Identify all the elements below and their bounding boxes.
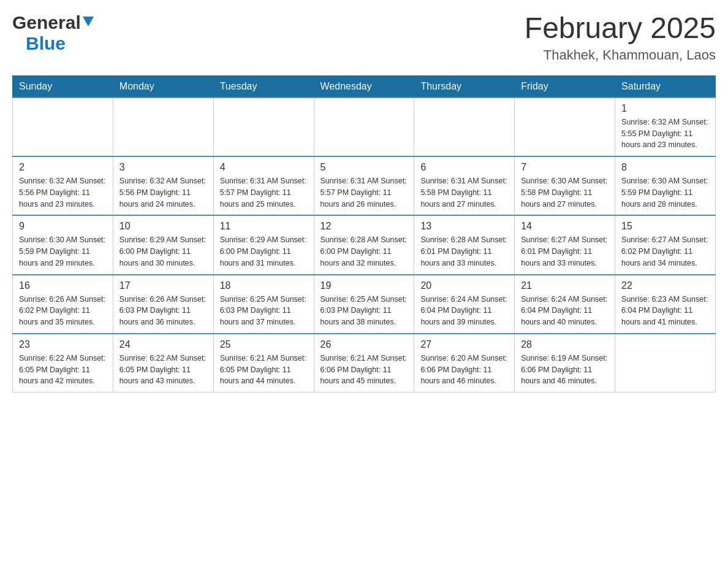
- day-info: Sunrise: 6:21 AM Sunset: 6:05 PM Dayligh…: [220, 353, 308, 387]
- location-label: Thakhek, Khammouan, Laos: [525, 47, 716, 63]
- day-number: 16: [19, 280, 107, 291]
- calendar-day: 11Sunrise: 6:29 AM Sunset: 6:00 PM Dayli…: [213, 215, 314, 274]
- day-info: Sunrise: 6:24 AM Sunset: 6:04 PM Dayligh…: [521, 294, 609, 328]
- calendar-day: [414, 98, 515, 156]
- day-number: 15: [621, 221, 709, 232]
- logo: General Blue: [12, 12, 94, 54]
- calendar-day: 8Sunrise: 6:30 AM Sunset: 5:59 PM Daylig…: [615, 156, 716, 215]
- calendar-day: 28Sunrise: 6:19 AM Sunset: 6:06 PM Dayli…: [515, 334, 615, 393]
- day-number: 11: [220, 221, 308, 232]
- day-info: Sunrise: 6:32 AM Sunset: 5:55 PM Dayligh…: [621, 117, 709, 151]
- day-info: Sunrise: 6:29 AM Sunset: 6:00 PM Dayligh…: [220, 234, 308, 269]
- header-wednesday: Wednesday: [314, 75, 414, 98]
- calendar-day: 23Sunrise: 6:22 AM Sunset: 6:05 PM Dayli…: [13, 334, 113, 393]
- day-number: 21: [521, 280, 609, 291]
- day-info: Sunrise: 6:30 AM Sunset: 5:58 PM Dayligh…: [521, 175, 609, 210]
- day-number: 24: [119, 339, 207, 350]
- day-info: Sunrise: 6:31 AM Sunset: 5:57 PM Dayligh…: [320, 175, 408, 210]
- day-info: Sunrise: 6:31 AM Sunset: 5:58 PM Dayligh…: [420, 175, 508, 210]
- day-number: 4: [220, 162, 308, 173]
- day-number: 18: [220, 280, 308, 291]
- calendar-day: 2Sunrise: 6:32 AM Sunset: 5:56 PM Daylig…: [13, 156, 113, 215]
- calendar-day: [615, 334, 716, 393]
- logo-triangle-icon: [83, 17, 94, 29]
- day-number: 9: [19, 221, 107, 232]
- header-tuesday: Tuesday: [213, 75, 314, 98]
- day-info: Sunrise: 6:30 AM Sunset: 5:59 PM Dayligh…: [621, 175, 709, 210]
- day-number: 6: [420, 162, 508, 173]
- calendar-day: [314, 98, 414, 156]
- day-info: Sunrise: 6:19 AM Sunset: 6:06 PM Dayligh…: [521, 353, 609, 387]
- calendar-day: 25Sunrise: 6:21 AM Sunset: 6:05 PM Dayli…: [213, 334, 314, 393]
- calendar-day: 12Sunrise: 6:28 AM Sunset: 6:00 PM Dayli…: [314, 215, 414, 274]
- calendar-day: [515, 98, 615, 156]
- title-section: February 2025 Thakhek, Khammouan, Laos: [525, 12, 716, 63]
- day-number: 26: [320, 339, 408, 350]
- calendar-day: 5Sunrise: 6:31 AM Sunset: 5:57 PM Daylig…: [314, 156, 414, 215]
- month-title: February 2025: [525, 12, 716, 45]
- calendar-week-4: 16Sunrise: 6:26 AM Sunset: 6:02 PM Dayli…: [13, 275, 716, 334]
- header-monday: Monday: [113, 75, 213, 98]
- day-info: Sunrise: 6:25 AM Sunset: 6:03 PM Dayligh…: [220, 294, 308, 328]
- calendar-day: 21Sunrise: 6:24 AM Sunset: 6:04 PM Dayli…: [515, 275, 615, 334]
- svg-marker-0: [83, 17, 94, 26]
- calendar-day: 3Sunrise: 6:32 AM Sunset: 5:56 PM Daylig…: [113, 156, 213, 215]
- day-number: 20: [420, 280, 508, 291]
- page-header: General Blue February 2025 Thakhek, Kham…: [12, 12, 716, 63]
- day-info: Sunrise: 6:32 AM Sunset: 5:56 PM Dayligh…: [119, 175, 207, 210]
- calendar-header-row: Sunday Monday Tuesday Wednesday Thursday…: [13, 75, 716, 98]
- calendar-week-5: 23Sunrise: 6:22 AM Sunset: 6:05 PM Dayli…: [13, 334, 716, 393]
- day-info: Sunrise: 6:21 AM Sunset: 6:06 PM Dayligh…: [320, 353, 408, 387]
- day-number: 27: [420, 339, 508, 350]
- day-number: 10: [119, 221, 207, 232]
- calendar-day: 7Sunrise: 6:30 AM Sunset: 5:58 PM Daylig…: [515, 156, 615, 215]
- day-number: 8: [621, 162, 709, 173]
- calendar-day: 10Sunrise: 6:29 AM Sunset: 6:00 PM Dayli…: [113, 215, 213, 274]
- day-number: 2: [19, 162, 107, 173]
- day-number: 3: [119, 162, 207, 173]
- day-number: 12: [320, 221, 408, 232]
- day-number: 5: [320, 162, 408, 173]
- day-info: Sunrise: 6:32 AM Sunset: 5:56 PM Dayligh…: [19, 175, 107, 210]
- header-saturday: Saturday: [615, 75, 716, 98]
- calendar-day: 1Sunrise: 6:32 AM Sunset: 5:55 PM Daylig…: [615, 98, 716, 156]
- day-info: Sunrise: 6:27 AM Sunset: 6:02 PM Dayligh…: [621, 234, 709, 269]
- header-sunday: Sunday: [13, 75, 113, 98]
- calendar-week-3: 9Sunrise: 6:30 AM Sunset: 5:59 PM Daylig…: [13, 215, 716, 274]
- day-info: Sunrise: 6:20 AM Sunset: 6:06 PM Dayligh…: [420, 353, 508, 387]
- day-number: 28: [521, 339, 609, 350]
- calendar-day: 20Sunrise: 6:24 AM Sunset: 6:04 PM Dayli…: [414, 275, 515, 334]
- calendar-day: 22Sunrise: 6:23 AM Sunset: 6:04 PM Dayli…: [615, 275, 716, 334]
- day-number: 25: [220, 339, 308, 350]
- logo-general-text: General: [12, 12, 81, 33]
- calendar-day: 18Sunrise: 6:25 AM Sunset: 6:03 PM Dayli…: [213, 275, 314, 334]
- calendar-day: 19Sunrise: 6:25 AM Sunset: 6:03 PM Dayli…: [314, 275, 414, 334]
- calendar-day: 17Sunrise: 6:26 AM Sunset: 6:03 PM Dayli…: [113, 275, 213, 334]
- day-info: Sunrise: 6:27 AM Sunset: 6:01 PM Dayligh…: [521, 234, 609, 269]
- calendar-day: 16Sunrise: 6:26 AM Sunset: 6:02 PM Dayli…: [13, 275, 113, 334]
- day-number: 22: [621, 280, 709, 291]
- day-info: Sunrise: 6:28 AM Sunset: 6:00 PM Dayligh…: [320, 234, 408, 269]
- calendar-week-2: 2Sunrise: 6:32 AM Sunset: 5:56 PM Daylig…: [13, 156, 716, 215]
- header-friday: Friday: [515, 75, 615, 98]
- calendar-day: 24Sunrise: 6:22 AM Sunset: 6:05 PM Dayli…: [113, 334, 213, 393]
- day-info: Sunrise: 6:31 AM Sunset: 5:57 PM Dayligh…: [220, 175, 308, 210]
- calendar-day: [213, 98, 314, 156]
- calendar-day: 9Sunrise: 6:30 AM Sunset: 5:59 PM Daylig…: [13, 215, 113, 274]
- calendar-day: [13, 98, 113, 156]
- day-number: 23: [19, 339, 107, 350]
- calendar-day: 6Sunrise: 6:31 AM Sunset: 5:58 PM Daylig…: [414, 156, 515, 215]
- logo-blue-text: Blue: [26, 33, 66, 54]
- calendar-day: 26Sunrise: 6:21 AM Sunset: 6:06 PM Dayli…: [314, 334, 414, 393]
- day-info: Sunrise: 6:24 AM Sunset: 6:04 PM Dayligh…: [420, 294, 508, 328]
- day-number: 19: [320, 280, 408, 291]
- calendar-day: 14Sunrise: 6:27 AM Sunset: 6:01 PM Dayli…: [515, 215, 615, 274]
- day-info: Sunrise: 6:26 AM Sunset: 6:02 PM Dayligh…: [19, 294, 107, 328]
- calendar-day: 4Sunrise: 6:31 AM Sunset: 5:57 PM Daylig…: [213, 156, 314, 215]
- day-info: Sunrise: 6:25 AM Sunset: 6:03 PM Dayligh…: [320, 294, 408, 328]
- header-thursday: Thursday: [414, 75, 515, 98]
- day-number: 1: [621, 103, 709, 114]
- calendar-day: [113, 98, 213, 156]
- calendar-day: 15Sunrise: 6:27 AM Sunset: 6:02 PM Dayli…: [615, 215, 716, 274]
- day-number: 7: [521, 162, 609, 173]
